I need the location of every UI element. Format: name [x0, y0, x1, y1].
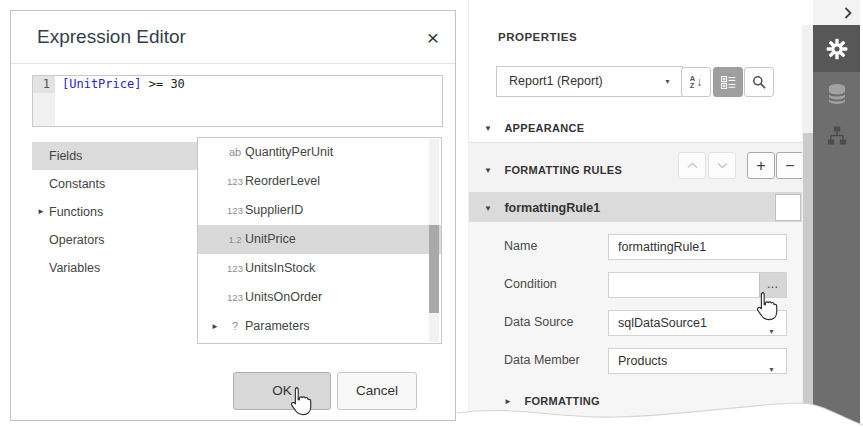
- expand-arrow-icon: ►: [37, 198, 45, 226]
- cancel-button[interactable]: Cancel: [337, 372, 417, 410]
- section-label: FORMATTING: [524, 395, 600, 407]
- scrollbar-thumb[interactable]: [803, 133, 813, 423]
- ok-button[interactable]: OK: [233, 372, 331, 410]
- close-icon[interactable]: ×: [427, 28, 439, 48]
- category-label: Operators: [49, 233, 105, 247]
- chevron-down-icon: ▼: [768, 320, 775, 344]
- field-item-parameters[interactable]: ► ? Parameters: [198, 312, 441, 341]
- collapse-arrow-icon: ▼: [484, 204, 492, 213]
- code-rest-token: >= 30: [141, 77, 184, 91]
- rule-properties-area: Name formattingRule1 Condition … Data So…: [469, 222, 802, 427]
- category-item-fields[interactable]: Fields: [32, 142, 202, 170]
- field-label: UnitsInStock: [245, 254, 315, 283]
- category-item-operators[interactable]: Operators: [32, 226, 202, 254]
- formatting-rule-header[interactable]: ▼ formattingRule1: [469, 192, 802, 222]
- section-formatting-rules[interactable]: ▼ FORMATTING RULES: [484, 160, 622, 178]
- category-item-variables[interactable]: Variables: [32, 254, 202, 282]
- parameter-type-icon: ?: [227, 312, 243, 341]
- category-label: Functions: [49, 205, 103, 219]
- name-value: formattingRule1: [618, 240, 706, 254]
- field-item-unitprice[interactable]: 1.2 UnitPrice: [198, 225, 441, 254]
- category-label: Fields: [49, 149, 82, 163]
- expand-arrow-icon: ►: [504, 397, 512, 406]
- chevron-up-icon: [687, 162, 698, 169]
- code-field-token: [UnitPrice]: [62, 77, 141, 91]
- field-label: Parameters: [245, 312, 310, 341]
- report-selector-dropdown[interactable]: Report1 (Report) ▼: [496, 66, 683, 97]
- decimal-type-icon: 1.2: [227, 225, 243, 254]
- chevron-down-icon: [717, 162, 728, 169]
- field-list: ab QuantityPerUnit 123 ReorderLevel 123 …: [197, 137, 442, 344]
- sort-az-icon: AZ: [690, 75, 695, 89]
- category-view-icon: [721, 76, 736, 89]
- report-selector-value: Report1 (Report): [509, 74, 603, 88]
- chevron-down-icon: ▼: [768, 358, 775, 382]
- field-label: QuantityPerUnit: [245, 138, 333, 167]
- string-type-icon: ab: [227, 138, 243, 167]
- dialog-title: Expression Editor: [37, 26, 186, 48]
- condition-ellipsis-button[interactable]: …: [759, 273, 786, 297]
- field-item-reorderlevel[interactable]: 123 ReorderLevel: [198, 167, 441, 196]
- field-label: UnitsOnOrder: [245, 283, 322, 312]
- category-label: Variables: [49, 261, 100, 275]
- line-number-gutter: 1: [33, 76, 55, 126]
- field-list-scrollbar[interactable]: [429, 139, 439, 342]
- data-member-label: Data Member: [504, 353, 580, 367]
- designer-side-toolbar: [813, 0, 860, 427]
- scrollbar-thumb[interactable]: [429, 225, 439, 313]
- category-list: Fields Constants ► Functions Operators V…: [32, 142, 202, 282]
- field-item-unitsonorder[interactable]: 123 UnitsOnOrder: [198, 283, 441, 312]
- expression-code-editor[interactable]: 1 [UnitPrice] >= 30: [32, 75, 443, 127]
- move-rule-down-button[interactable]: [708, 152, 736, 179]
- section-formatting-rules-band: ▼ FORMATTING RULES + −: [469, 142, 802, 193]
- expression-editor-dialog: Expression Editor × 1 [UnitPrice] >= 30 …: [10, 10, 456, 421]
- condition-input[interactable]: …: [608, 272, 787, 298]
- section-label: APPEARANCE: [504, 122, 584, 134]
- category-item-constants[interactable]: Constants: [32, 170, 202, 198]
- data-source-dropdown[interactable]: sqlDataSource1 ▼: [608, 310, 787, 336]
- sort-down-arrow-icon: ↓: [696, 75, 702, 89]
- data-member-dropdown[interactable]: Products ▼: [608, 348, 787, 374]
- properties-panel: PROPERTIES Report1 (Report) ▼ AZ ↓ ▼ APP…: [468, 0, 814, 427]
- collapse-arrow-icon: ▼: [484, 166, 492, 175]
- move-rule-up-button[interactable]: [678, 152, 706, 179]
- field-label: ReorderLevel: [245, 167, 320, 196]
- section-appearance[interactable]: ▼ APPEARANCE: [484, 118, 584, 136]
- category-label: Constants: [49, 177, 105, 191]
- category-view-button[interactable]: [713, 67, 743, 97]
- panel-title: PROPERTIES: [498, 31, 577, 43]
- sort-alphabetical-button[interactable]: AZ ↓: [681, 67, 711, 97]
- data-member-value: Products: [618, 354, 667, 368]
- condition-label: Condition: [504, 277, 557, 291]
- integer-type-icon: 123: [227, 167, 243, 196]
- tree-structure-icon: [827, 126, 847, 146]
- field-item-supplierid[interactable]: 123 SupplierID: [198, 196, 441, 225]
- section-formatting[interactable]: ► FORMATTING: [504, 391, 600, 409]
- code-line: [UnitPrice] >= 30: [62, 76, 185, 93]
- integer-type-icon: 123: [227, 254, 243, 283]
- chevron-right-icon: [844, 7, 852, 19]
- rule-color-swatch[interactable]: [775, 194, 801, 221]
- name-label: Name: [504, 239, 537, 253]
- title-separator: [11, 63, 455, 64]
- integer-type-icon: 123: [227, 196, 243, 225]
- field-label: SupplierID: [245, 196, 303, 225]
- search-properties-button[interactable]: [744, 67, 774, 97]
- add-rule-button[interactable]: +: [747, 152, 775, 179]
- properties-tab-button[interactable]: [813, 25, 860, 72]
- collapse-arrow-icon: ▼: [484, 124, 492, 133]
- rule-name-label: formattingRule1: [504, 201, 600, 215]
- field-item-unitsinstock[interactable]: 123 UnitsInStock: [198, 254, 441, 283]
- report-explorer-tab-button[interactable]: [813, 116, 860, 156]
- chevron-down-icon: ▼: [664, 67, 671, 96]
- name-input[interactable]: formattingRule1: [608, 234, 787, 260]
- field-list-tab-button[interactable]: [813, 74, 860, 114]
- category-item-functions[interactable]: ► Functions: [32, 198, 202, 226]
- field-label: UnitPrice: [245, 225, 296, 254]
- data-source-value: sqlDataSource1: [618, 316, 707, 330]
- line-number: 1: [33, 76, 55, 93]
- collapse-panel-button[interactable]: [813, 0, 860, 25]
- field-item-quantityperunit[interactable]: ab QuantityPerUnit: [198, 138, 441, 167]
- data-source-label: Data Source: [504, 315, 573, 329]
- remove-rule-button[interactable]: −: [776, 152, 804, 179]
